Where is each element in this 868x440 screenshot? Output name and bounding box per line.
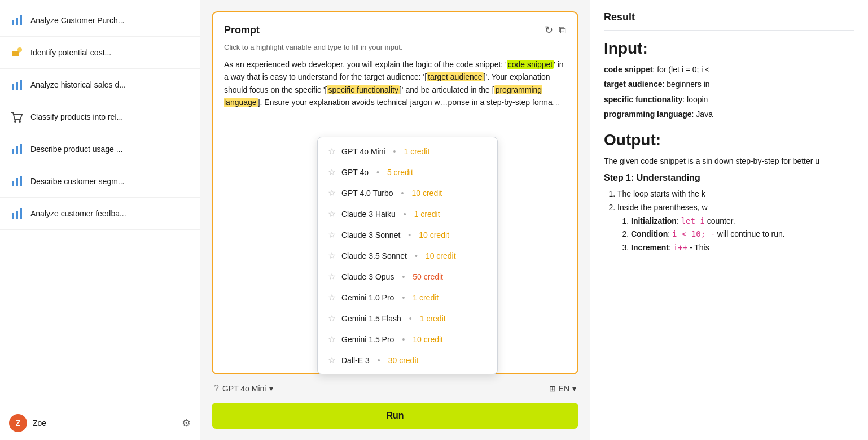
main-area: Prompt ↻ ⧉ Click to a highlight variable… [200, 0, 868, 440]
svg-rect-17 [12, 213, 14, 219]
result-output-intro: The given code snippet is a sin down ste… [604, 155, 854, 167]
svg-rect-7 [16, 82, 18, 90]
svg-rect-6 [12, 84, 14, 90]
star-icon: ☆ [328, 334, 336, 345]
sidebar: Analyze Customer Purch... Identify poten… [0, 0, 200, 440]
star-icon: ☆ [328, 188, 336, 198]
svg-rect-12 [16, 146, 18, 154]
var-code-snippet[interactable]: code snippet [507, 60, 554, 69]
var-specific-functionality[interactable]: specific functionality [327, 85, 400, 94]
sidebar-item-label: Describe customer segm... [30, 176, 125, 186]
chevron-down-icon: ▾ [572, 384, 576, 393]
star-icon: ☆ [328, 250, 336, 261]
bar-chart-icon [9, 12, 25, 28]
star-icon: ☆ [328, 313, 336, 324]
model-selector-button[interactable]: ? GPT 4o Mini ▾ [214, 384, 273, 394]
prompt-footer: ? GPT 4o Mini ▾ ⊞ EN ▾ [212, 384, 578, 394]
result-sublist: Initialization: let i counter. Condition… [617, 215, 854, 255]
model-option-claude3-haiku[interactable]: ☆ Claude 3 Haiku • 1 credit [318, 203, 497, 224]
svg-rect-14 [12, 181, 14, 186]
svg-rect-15 [16, 178, 18, 186]
sidebar-item-describe-usage[interactable]: Describe product usage ... [0, 133, 200, 165]
star-icon: ☆ [328, 271, 336, 282]
prompt-card: Prompt ↻ ⧉ Click to a highlight variable… [212, 11, 578, 374]
settings-button[interactable]: ⚙ [182, 417, 191, 429]
list-item: Condition: i < 10; - will continue to ru… [631, 228, 854, 241]
result-step1-title: Step 1: Understanding [604, 173, 854, 183]
sidebar-item-describe-segment[interactable]: Describe customer segm... [0, 165, 200, 198]
model-option-gemini15-pro[interactable]: ☆ Gemini 1.5 Pro • 10 credit [318, 329, 497, 350]
box-lightbulb-icon [9, 45, 25, 60]
star-icon: ☆ [328, 292, 336, 303]
sidebar-item-label: Describe product usage ... [30, 144, 122, 154]
cart-icon [9, 109, 25, 125]
sidebar-items-list: Analyze Customer Purch... Identify poten… [0, 0, 200, 406]
star-icon: ☆ [328, 146, 336, 156]
sidebar-item-classify-products[interactable]: Classify products into rel... [0, 101, 200, 133]
result-panel: Result Input: code snippet: for (let i =… [590, 0, 868, 440]
svg-rect-13 [20, 144, 22, 154]
copy-button[interactable]: ⧉ [559, 24, 566, 36]
run-button[interactable]: Run [212, 403, 578, 429]
svg-rect-11 [12, 149, 14, 154]
list-item: Increment: i++ - This [631, 241, 854, 255]
svg-rect-0 [12, 20, 14, 25]
bar-chart-icon [9, 173, 25, 189]
prompt-actions: ↻ ⧉ [545, 24, 566, 36]
sidebar-item-identify-cost[interactable]: Identify potential cost... [0, 37, 200, 69]
avatar: Z [9, 414, 27, 432]
model-option-claude35-sonnet[interactable]: ☆ Claude 3.5 Sonnet • 10 credit [318, 245, 497, 266]
svg-rect-19 [20, 208, 22, 219]
result-field-target-audience: target audience: beginners in [604, 78, 854, 90]
svg-point-10 [19, 120, 21, 123]
model-option-dalle3[interactable]: ☆ Dall-E 3 • 30 credit [318, 350, 497, 371]
var-target-audience[interactable]: target audience [427, 72, 484, 81]
star-icon: ☆ [328, 229, 336, 240]
sidebar-item-label: Identify potential cost... [30, 47, 111, 58]
model-option-gemini10-pro[interactable]: ☆ Gemini 1.0 Pro • 1 credit [318, 287, 497, 308]
refresh-button[interactable]: ↻ [545, 24, 553, 36]
sidebar-item-label: Analyze Customer Purch... [30, 15, 125, 25]
model-selector-label: GPT 4o Mini [222, 384, 266, 393]
sidebar-item-analyze-feedback[interactable]: Analyze customer feedba... [0, 198, 200, 230]
sidebar-item-label: Analyze historical sales d... [30, 80, 126, 90]
svg-point-4 [17, 47, 22, 52]
sidebar-item-analyze-purchase[interactable]: Analyze Customer Purch... [0, 5, 200, 37]
svg-point-9 [14, 120, 16, 123]
help-icon: ? [214, 384, 219, 394]
result-output-title: Output: [604, 131, 854, 149]
sidebar-user: Z Zoe [9, 414, 46, 432]
grid-icon: ⊞ [549, 384, 556, 393]
star-icon: ☆ [328, 355, 336, 365]
svg-rect-18 [16, 211, 18, 219]
prompt-hint: Click to a highlight variable and type t… [224, 43, 566, 51]
result-title: Result [604, 11, 854, 31]
svg-rect-3 [12, 51, 19, 56]
model-option-gpt40-turbo[interactable]: ☆ GPT 4.0 Turbo • 10 credit [318, 182, 497, 203]
svg-rect-1 [16, 18, 18, 25]
bar-chart-icon [9, 77, 25, 93]
sidebar-item-label: Analyze customer feedba... [30, 208, 126, 219]
list-item: Inside the parentheses, w Initialization… [617, 201, 854, 255]
lang-selector-button[interactable]: ⊞ EN ▾ [549, 384, 576, 393]
sidebar-item-analyze-sales[interactable]: Analyze historical sales d... [0, 69, 200, 101]
model-dropdown: ☆ GPT 4o Mini • 1 credit ☆ GPT 4o • 5 cr… [317, 137, 498, 374]
model-option-claude3-sonnet[interactable]: ☆ Claude 3 Sonnet • 10 credit [318, 224, 497, 245]
model-option-gpt4o-mini[interactable]: ☆ GPT 4o Mini • 1 credit [318, 141, 497, 162]
model-option-gemini15-flash[interactable]: ☆ Gemini 1.5 Flash • 1 credit [318, 308, 497, 329]
result-field-programming-language: programming language: Java [604, 108, 854, 120]
result-field-code-snippet: code snippet: for (let i = 0; i < [604, 63, 854, 76]
model-option-claude3-opus[interactable]: ☆ Claude 3 Opus • 50 credit [318, 266, 497, 287]
model-option-gpt4o[interactable]: ☆ GPT 4o • 5 credit [318, 162, 497, 182]
bar-chart-icon [9, 141, 25, 157]
star-icon: ☆ [328, 167, 336, 177]
sidebar-item-label: Classify products into rel... [30, 112, 123, 122]
star-icon: ☆ [328, 208, 336, 219]
prompt-header: Prompt ↻ ⧉ [224, 24, 566, 36]
list-item: Initialization: let i counter. [631, 215, 854, 228]
lang-label: EN [559, 384, 569, 393]
list-item: The loop starts with the k [617, 188, 854, 201]
svg-rect-2 [20, 15, 22, 25]
prompt-panel: Prompt ↻ ⧉ Click to a highlight variable… [200, 0, 590, 440]
result-step1-list: The loop starts with the k Inside the pa… [604, 188, 854, 255]
